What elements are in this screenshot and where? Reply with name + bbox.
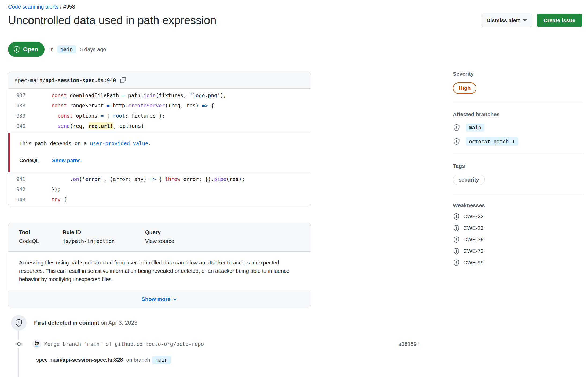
weaknesses-heading: Weaknesses	[453, 202, 582, 209]
commit-file-row: spec-main/api-session-spec.ts:828 on bra…	[8, 356, 420, 364]
weakness-row: CWE-23	[453, 224, 582, 232]
code-line: 939 const options = { root: fixtures };	[8, 111, 311, 121]
main-column: spec-main/api-session-spec.ts:940 937 co…	[8, 57, 311, 377]
tag-pill[interactable]: security	[453, 175, 485, 185]
code-lines-above: 937 const downloadFilePath = path.join(f…	[8, 89, 311, 133]
code-line: 943 try {	[8, 194, 311, 205]
status-badge-label: Open	[23, 46, 38, 53]
tool-column-header: Tool	[19, 229, 63, 235]
page-title: Uncontrolled data used in path expressio…	[8, 14, 216, 27]
annotation-toolbar: CodeQL Show paths	[19, 158, 300, 164]
rule-id-value: js/path-injection	[63, 238, 145, 244]
timeline-event-text: First detected in commit on Apr 3, 2023	[34, 320, 137, 326]
show-more-bar: Show more	[8, 292, 311, 307]
sidebar-severity-section: Severity High	[453, 71, 582, 103]
weakness-label: CWE-99	[463, 260, 484, 266]
code-text: const downloadFilePath = path.join(fixtu…	[33, 90, 226, 100]
dismiss-alert-button[interactable]: Dismiss alert	[481, 14, 533, 27]
line-number: 937	[8, 90, 33, 100]
weakness-row: CWE-36	[453, 236, 582, 243]
code-text: const options = { root: fixtures };	[33, 111, 165, 121]
weakness-row: CWE-73	[453, 248, 582, 255]
weakness-row: CWE-99	[453, 259, 582, 266]
create-issue-button[interactable]: Create issue	[537, 14, 582, 27]
commit-row: Merge branch 'main' of github.com:octo-o…	[8, 339, 420, 349]
commit-file-link[interactable]: spec-main/api-session-spec.ts:828	[36, 357, 123, 363]
alert-timeline: First detected in commit on Apr 3, 2023	[8, 315, 420, 377]
shield-alert-icon	[453, 259, 460, 266]
breadcrumb-code-scanning-link[interactable]: Code scanning alerts	[8, 4, 58, 10]
weakness-label: CWE-36	[463, 237, 484, 243]
affected-branches-list: mainoctocat-patch-1	[453, 124, 582, 146]
view-source-link[interactable]: View source	[145, 238, 300, 244]
query-column-header: Query	[145, 229, 300, 235]
header-row: Uncontrolled data used in path expressio…	[8, 10, 582, 27]
rule-col-query: Query View source	[145, 229, 300, 244]
status-badge: Open	[8, 42, 45, 57]
code-text: .on('error', (error: any) => { throw err…	[33, 174, 245, 184]
code-line: 941 .on('error', (error: any) => { throw…	[8, 174, 311, 184]
sidebar: Severity High Affected branches mainocto…	[453, 57, 582, 284]
code-snippet-box: spec-main/api-session-spec.ts:940 937 co…	[8, 72, 311, 206]
affected-branch-badge[interactable]: octocat-patch-1	[466, 137, 518, 146]
shield-alert-icon	[453, 124, 460, 131]
weaknesses-list: CWE-22CWE-23CWE-36CWE-73CWE-99	[453, 213, 582, 266]
breadcrumb-separator: /	[60, 4, 62, 10]
on-branch-label: on branch	[126, 357, 150, 363]
content-columns: spec-main/api-session-spec.ts:940 937 co…	[8, 57, 582, 377]
timeline-shield-badge	[11, 315, 27, 331]
line-number: 940	[8, 121, 33, 131]
line-number: 942	[8, 184, 33, 194]
commit-hash-link[interactable]: a08159f	[398, 341, 420, 347]
code-lines-below: 941 .on('error', (error: any) => { throw…	[8, 172, 311, 206]
rule-col-ruleid: Rule ID js/path-injection	[63, 229, 145, 244]
code-scanning-alert-page: Code scanning alerts/#958 Uncontrolled d…	[0, 0, 588, 377]
status-meta: in main 5 days ago	[49, 45, 106, 53]
show-paths-link[interactable]: Show paths	[52, 158, 81, 164]
code-line: 942 });	[8, 184, 311, 194]
shield-alert-icon	[14, 318, 23, 327]
header-actions: Dismiss alert Create issue	[481, 14, 582, 27]
rule-description: Accessing files using paths constructed …	[8, 252, 311, 292]
weakness-label: CWE-23	[463, 225, 484, 231]
rule-col-tool: Tool CodeQL	[19, 229, 63, 244]
avatar[interactable]	[32, 339, 41, 349]
alert-annotation: This path depends on a user-provided val…	[8, 133, 311, 172]
line-number: 941	[8, 174, 33, 184]
shield-alert-icon	[453, 138, 460, 145]
tags-heading: Tags	[453, 163, 582, 169]
code-file-header: spec-main/api-session-spec.ts:940	[8, 72, 311, 89]
weakness-label: CWE-73	[463, 248, 484, 254]
chevron-down-icon	[523, 19, 527, 21]
code-file-path: spec-main/api-session-spec.ts:940	[15, 77, 116, 83]
shield-alert-icon	[453, 236, 460, 243]
shield-alert-icon	[453, 224, 460, 232]
annotation-tool-name: CodeQL	[19, 158, 39, 164]
code-text: const rangeServer = http.createServer((r…	[33, 100, 214, 111]
user-provided-value-link[interactable]: user-provided value	[90, 140, 148, 146]
shield-alert-icon	[13, 46, 20, 53]
timeline-event: First detected in commit on Apr 3, 2023	[8, 315, 420, 331]
status-branch-badge[interactable]: main	[57, 45, 76, 53]
sidebar-affected-branches-section: Affected branches mainoctocat-patch-1	[453, 111, 582, 154]
commit-branch-badge[interactable]: main	[152, 356, 171, 364]
tool-value: CodeQL	[19, 238, 63, 244]
sidebar-tags-section: Tags security	[453, 163, 582, 194]
copy-icon[interactable]	[120, 77, 126, 84]
dismiss-alert-label: Dismiss alert	[487, 17, 520, 24]
git-commit-icon	[14, 340, 23, 348]
severity-badge: High	[453, 82, 476, 94]
affected-branch-badge[interactable]: main	[466, 124, 484, 132]
status-age: 5 days ago	[80, 46, 106, 53]
weakness-row: CWE-22	[453, 213, 582, 220]
create-issue-label: Create issue	[543, 17, 575, 24]
commit-message-link[interactable]: Merge branch 'main' of github.com:octo-o…	[44, 341, 204, 347]
code-line: 937 const downloadFilePath = path.join(f…	[8, 90, 311, 100]
breadcrumb: Code scanning alerts/#958	[8, 0, 582, 10]
affected-branch-row: octocat-patch-1	[453, 137, 582, 146]
show-more-link[interactable]: Show more	[142, 296, 178, 302]
code-line: 940 send(req, req.url!, options)	[8, 121, 311, 131]
affected-branches-heading: Affected branches	[453, 111, 582, 118]
code-text: try {	[33, 194, 67, 205]
shield-alert-icon	[453, 213, 460, 220]
